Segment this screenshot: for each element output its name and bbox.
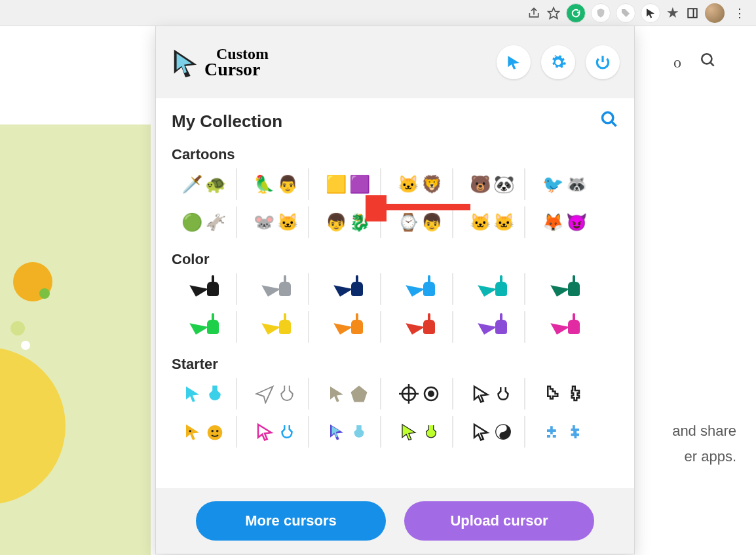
share-icon[interactable]: [527, 6, 541, 20]
category-title-starter: Starter: [172, 356, 618, 373]
svg-marker-30: [402, 425, 415, 440]
cursor-tile-shrek[interactable]: 🟢🫏: [172, 206, 237, 238]
cursor-tile-tomjerry[interactable]: 🐭🐱: [244, 206, 309, 238]
cursor-tile-popeye[interactable]: 🦜👨: [244, 168, 309, 200]
logo: Custom Cursor: [170, 47, 269, 78]
profile-avatar[interactable]: [705, 3, 725, 23]
cursor-tile-color-gray[interactable]: [244, 273, 309, 305]
cursor-tile-starter-yinyang[interactable]: [460, 416, 525, 448]
more-cursors-button[interactable]: More cursors: [196, 501, 386, 541]
category-title-cartoons: Cartoons: [172, 146, 618, 163]
upload-cursor-button[interactable]: Upload cursor: [404, 501, 594, 541]
color-row-0: [172, 273, 618, 305]
custom-cursor-ext-icon[interactable]: [641, 3, 660, 23]
svg-marker-13: [186, 387, 199, 402]
cursor-tile-minion[interactable]: 🟨🟪: [316, 168, 381, 200]
side-panel-icon[interactable]: [685, 6, 700, 20]
collection-search-icon[interactable]: [600, 110, 618, 133]
starter-row-1: [172, 416, 618, 448]
bg-letter: o: [673, 54, 681, 71]
svg-marker-15: [351, 386, 368, 402]
cursor-tile-starter-pixblue[interactable]: [532, 416, 597, 448]
cursor-tile-starter-stone[interactable]: [316, 378, 381, 410]
tag-icon[interactable]: [616, 3, 635, 23]
extension-popup: Custom Cursor My Collection Cartoons: [156, 26, 634, 554]
cursor-tile-starter-paper[interactable]: [244, 378, 309, 410]
bg-text-2: er apps.: [685, 448, 737, 465]
cursor-logo-icon: [170, 47, 200, 77]
cursor-tile-starter-crosshair[interactable]: [388, 378, 453, 410]
cursor-tile-color-teal[interactable]: [460, 273, 525, 305]
svg-marker-22: [186, 425, 199, 440]
bg-text-1: and share: [672, 423, 736, 440]
cursor-tile-httyd[interactable]: 👦🐉: [316, 206, 381, 238]
cursor-tile-regular[interactable]: 🐦🦝: [532, 168, 597, 200]
cursor-tile-starter-rainbow[interactable]: [244, 416, 309, 448]
cursor-tile-garfield[interactable]: 🐱🐱: [460, 206, 525, 238]
logo-text-bottom: Cursor: [204, 59, 261, 79]
browser-toolbar: ★ ⋮: [0, 0, 756, 26]
star-icon[interactable]: [546, 6, 561, 20]
svg-point-23: [189, 430, 191, 432]
svg-marker-0: [548, 7, 559, 18]
cursor-tile-starter-stripe[interactable]: [316, 416, 381, 448]
cursor-tile-color-yellow[interactable]: [244, 311, 309, 343]
popup-footer: More cursors Upload cursor: [156, 488, 634, 554]
svg-marker-8: [508, 56, 519, 69]
cartoons-row-1: 🟢🫏 🐭🐱 👦🐉 ⌚👦 🐱🐱 🦊😈: [172, 206, 618, 238]
svg-line-10: [612, 122, 616, 126]
svg-marker-21: [474, 387, 487, 402]
cursor-tile-color-navy[interactable]: [316, 273, 381, 305]
svg-point-25: [212, 430, 214, 432]
svg-marker-14: [330, 387, 343, 402]
cursor-tile-tmnt[interactable]: 🗡️🐢: [172, 168, 237, 200]
cursor-tile-grinch[interactable]: 🦊😈: [532, 206, 597, 238]
cursor-tile-bears[interactable]: 🐻🐼: [460, 168, 525, 200]
starter-row-0: [172, 378, 618, 410]
extensions-puzzle-icon[interactable]: ★: [666, 6, 680, 20]
svg-point-9: [603, 113, 613, 123]
color-row-1: [172, 311, 618, 343]
cursor-tile-starter-emoji[interactable]: [172, 416, 237, 448]
cursor-tile-color-red[interactable]: [388, 311, 453, 343]
collection-title-row: My Collection: [172, 110, 618, 133]
cursor-tile-starter-neon[interactable]: [388, 416, 453, 448]
grammarly-icon[interactable]: [566, 3, 586, 23]
svg-line-5: [710, 62, 713, 66]
svg-point-20: [428, 391, 434, 396]
cursor-tile-color-dgreen[interactable]: [532, 273, 597, 305]
cursor-tile-color-green[interactable]: [172, 311, 237, 343]
power-button[interactable]: [586, 45, 620, 79]
cursor-tile-color-magenta[interactable]: [532, 311, 597, 343]
cartoons-row-0: 🗡️🐢 🦜👨 🟨🟪 🐱🦁 🐻🐼 🐦🦝: [172, 168, 618, 200]
search-icon[interactable]: [700, 52, 717, 73]
cursor-tile-color-purple[interactable]: [460, 311, 525, 343]
cursor-tile-felix[interactable]: 🐱🦁: [388, 168, 453, 200]
cursor-tile-ben10[interactable]: ⌚👦: [388, 206, 453, 238]
svg-point-24: [208, 425, 223, 440]
default-cursor-button[interactable]: [497, 45, 531, 79]
svg-rect-2: [688, 9, 697, 18]
cursor-tile-color-orange[interactable]: [316, 311, 381, 343]
svg-marker-1: [647, 9, 654, 18]
settings-button[interactable]: [541, 45, 575, 79]
cursor-tile-starter-pixel[interactable]: [532, 378, 597, 410]
kebab-menu-icon[interactable]: ⋮: [730, 6, 749, 20]
popup-body: My Collection Cartoons 🗡️🐢 🦜👨 🟨🟪 🐱🦁 🐻🐼 🐦…: [156, 98, 634, 488]
cursor-tile-color-blue[interactable]: [388, 273, 453, 305]
cursor-tile-starter-outline[interactable]: [460, 378, 525, 410]
svg-point-26: [216, 430, 219, 432]
cursor-tile-starter-aqua[interactable]: [172, 378, 237, 410]
collection-title: My Collection: [172, 111, 282, 132]
popup-header: Custom Cursor: [156, 26, 634, 98]
cursor-tile-color-black[interactable]: [172, 273, 237, 305]
svg-marker-27: [258, 425, 271, 440]
svg-marker-7: [177, 54, 192, 73]
svg-marker-31: [474, 425, 487, 440]
svg-point-4: [702, 54, 711, 64]
bg-green-panel: [0, 124, 151, 555]
category-title-color: Color: [172, 251, 618, 268]
shield-icon[interactable]: [591, 3, 611, 23]
